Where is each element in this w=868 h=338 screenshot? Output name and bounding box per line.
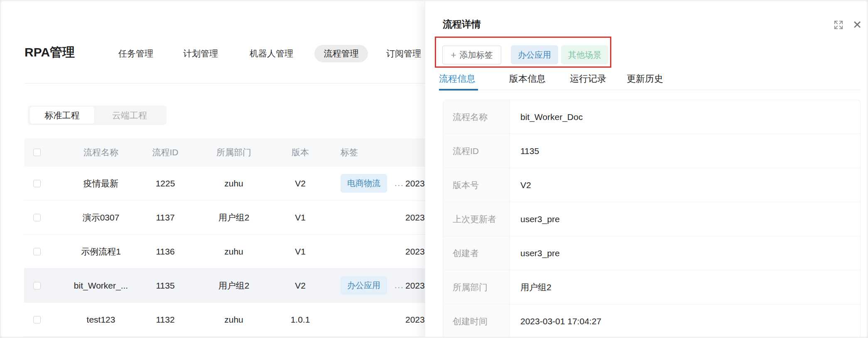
cell-process-name: 演示0307 [55, 212, 147, 223]
detail-row: 上次更新者 user3_pre [443, 202, 860, 236]
row-checkbox[interactable] [33, 248, 41, 255]
panel-tag-other-scene[interactable]: 其他场景 [561, 45, 608, 64]
cell-version: V1 [284, 213, 317, 223]
column-header-version: 版本 [284, 147, 317, 158]
field-value-create-time: 2023-03-01 17:04:27 [510, 304, 860, 338]
field-label: 版本号 [443, 168, 510, 202]
nav-tab-subscription-management[interactable]: 订阅管理 [386, 45, 421, 62]
tab-cloud-project[interactable]: 云端工程 [94, 105, 165, 125]
row-checkbox[interactable] [33, 180, 41, 187]
row-checkbox[interactable] [33, 282, 41, 289]
column-header-department: 所属部门 [184, 147, 284, 158]
field-label: 创建时间 [443, 304, 510, 338]
tag-badge: 办公应用 [341, 276, 387, 295]
cell-department: zuhu [184, 179, 284, 189]
cell-department: 用户组2 [184, 280, 284, 291]
rpa-management-screen: RPA管理 任务管理 计划管理 机器人管理 流程管理 订阅管理 标准工程 云端工… [0, 0, 868, 338]
cell-process-id: 1137 [147, 213, 184, 223]
add-tag-label: 添加标签 [459, 49, 493, 61]
process-detail-fields: 流程名称 bit_Worker_Doc 流程ID 1135 版本号 V2 上次更… [443, 100, 861, 338]
field-value-last-updater: user3_pre [510, 202, 860, 236]
row-checkbox[interactable] [33, 214, 41, 221]
panel-title: 流程详情 [443, 18, 481, 31]
tab-run-records[interactable]: 运行记录 [570, 71, 606, 90]
panel-tag-office-app[interactable]: 办公应用 [511, 45, 558, 64]
cell-process-id: 1132 [147, 315, 184, 325]
active-tab-underline [439, 89, 478, 91]
detail-row: 版本号 V2 [443, 168, 860, 202]
plus-icon: + [451, 51, 456, 60]
expand-icon[interactable] [832, 19, 845, 31]
page-title: RPA管理 [25, 44, 75, 61]
cell-department: zuhu [184, 315, 284, 325]
column-header-process-name: 流程名称 [55, 147, 147, 158]
field-value-version: V2 [510, 168, 860, 202]
field-label: 上次更新者 [443, 202, 510, 236]
detail-row: 流程ID 1135 [443, 134, 860, 168]
tab-update-history[interactable]: 更新历史 [627, 71, 663, 90]
cell-version: V2 [284, 179, 317, 189]
cell-version: V1 [284, 247, 317, 257]
field-value-creator: user3_pre [510, 236, 860, 270]
field-value-process-id: 1135 [510, 134, 860, 168]
nav-tab-plan-management[interactable]: 计划管理 [183, 45, 218, 62]
tag-badge: 电商物流 [341, 174, 387, 193]
column-header-tags: 标签 [317, 147, 400, 158]
cell-process-id: 1135 [147, 281, 184, 291]
cell-process-name: 疫情最新 [55, 178, 147, 189]
project-type-switch: 标准工程 云端工程 [28, 105, 167, 125]
nav-tab-task-management[interactable]: 任务管理 [118, 45, 153, 62]
column-header-process-id: 流程ID [147, 147, 184, 158]
cell-process-id: 1136 [147, 247, 184, 257]
cell-process-id: 1225 [147, 179, 184, 189]
field-label: 流程名称 [443, 100, 510, 134]
detail-row: 创建时间 2023-03-01 17:04:27 [443, 304, 860, 338]
tab-version-info[interactable]: 版本信息 [509, 71, 546, 90]
nav-tab-process-management[interactable]: 流程管理 [314, 45, 368, 62]
cell-version: V2 [284, 281, 317, 291]
cell-process-name: test123 [55, 315, 147, 325]
cell-version: 1.0.1 [284, 315, 317, 325]
panel-tab-bar: 流程信息 版本信息 运行记录 更新历史 [443, 71, 861, 90]
detail-row: 创建者 user3_pre [443, 236, 860, 270]
field-label: 流程ID [443, 134, 510, 168]
detail-row: 所属部门 用户组2 [443, 270, 860, 304]
tab-standard-project[interactable]: 标准工程 [30, 107, 94, 124]
tab-process-info[interactable]: 流程信息 [439, 71, 476, 90]
field-value-process-name: bit_Worker_Doc [510, 100, 860, 134]
nav-tab-robot-management[interactable]: 机器人管理 [250, 45, 293, 62]
cell-process-name: 示例流程1 [55, 246, 147, 257]
field-label: 创建者 [443, 236, 510, 270]
cell-department: 用户组2 [184, 212, 284, 223]
field-label: 所属部门 [443, 270, 510, 304]
row-checkbox[interactable] [33, 316, 41, 323]
detail-row: 流程名称 bit_Worker_Doc [443, 100, 860, 134]
process-detail-panel: 流程详情 ✕ + 添加标签 办公应用 其他场景 流程信息 版本信息 运行记录 更… [425, 1, 868, 338]
add-tag-button[interactable]: + 添加标签 [442, 46, 501, 64]
select-all-checkbox[interactable] [33, 149, 41, 156]
cell-process-name: bit_Worker_... [55, 281, 147, 291]
field-value-department: 用户组2 [510, 270, 860, 304]
close-icon[interactable]: ✕ [851, 19, 863, 31]
cell-department: zuhu [184, 247, 284, 257]
